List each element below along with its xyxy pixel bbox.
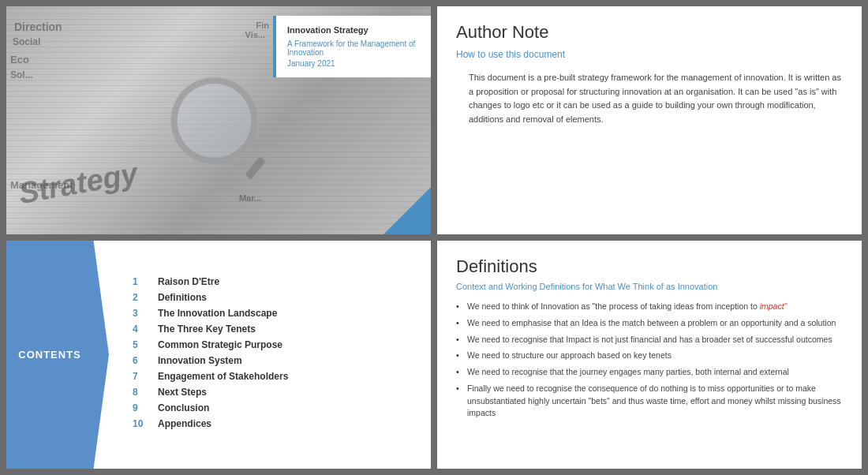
toc-label-10: Appendices [158, 418, 211, 429]
bullet-6: Finally we need to recognise the consequ… [456, 383, 843, 420]
bullet-1-highlight: impact" [760, 301, 788, 311]
author-note-subtitle: How to use this document [456, 49, 843, 60]
toc-label-2: Definitions [158, 292, 207, 303]
slide-subtitle: A Framework for the Management of Innova… [287, 39, 420, 57]
toc-item-9: 9 Conclusion [133, 402, 415, 413]
slide-contents: CONTENTS 1 Raison D'Etre 2 Definitions 3… [6, 241, 431, 469]
blue-arrow-shape: CONTENTS [6, 241, 109, 469]
magnifier-icon [171, 77, 258, 164]
word-fin: Fin [256, 21, 270, 30]
definitions-title: Definitions [456, 256, 843, 277]
toc-item-7: 7 Engagement of Stakeholders [133, 371, 415, 382]
bullet-2-text: We need to emphasise that an Idea is the… [467, 318, 836, 327]
slide-date: January 2021 [287, 59, 420, 68]
toc-number-6: 6 [133, 355, 145, 366]
bullet-6-text: Finally we need to recognise the consequ… [467, 383, 841, 418]
toc-number-8: 8 [133, 387, 145, 398]
word-eco: Eco [10, 54, 29, 65]
toc-label-3: The Innovation Landscape [158, 308, 277, 319]
toc-number-1: 1 [133, 276, 145, 287]
word-march: Mar... [239, 193, 261, 203]
author-note-body: This document is a pre-built strategy fr… [456, 71, 843, 126]
blue-triangle-decoration [383, 187, 431, 234]
toc-item-5: 5 Common Strategic Purpose [133, 339, 415, 350]
slide-title: Innovation Strategy [287, 25, 420, 35]
toc-number-2: 2 [133, 292, 145, 303]
bullet-3: We need to recognise that Impact is not … [456, 334, 843, 346]
bullet-1-text-before: We need to think of Innovation as "the p… [467, 301, 760, 311]
toc-number-10: 10 [133, 418, 145, 429]
contents-label: CONTENTS [18, 349, 81, 361]
word-social: Social [13, 36, 40, 47]
slide-background: Direction Social Eco Sol... Management V… [6, 6, 431, 234]
toc-label-7: Engagement of Stakeholders [158, 371, 288, 382]
definitions-bullets: We need to think of Innovation as "the p… [456, 301, 843, 420]
word-solution: Sol... [10, 69, 33, 80]
toc-label-1: Raison D'Etre [158, 276, 219, 287]
toc-item-8: 8 Next Steps [133, 387, 415, 398]
toc-item-4: 4 The Three Key Tenets [133, 324, 415, 335]
slide-definitions: Definitions Context and Working Definiti… [437, 241, 862, 469]
bullet-5: We need to recognise that the journey en… [456, 366, 843, 379]
slide-author-note: Author Note How to use this document Thi… [437, 6, 862, 234]
toc-item-10: 10 Appendices [133, 418, 415, 429]
toc-number-5: 5 [133, 339, 145, 350]
word-vision: Vis... [245, 30, 265, 39]
toc-number-4: 4 [133, 324, 145, 335]
toc-item-1: 1 Raison D'Etre [133, 276, 415, 287]
word-direction: Direction [14, 21, 62, 33]
bullet-4: We need to structure our approach based … [456, 350, 843, 362]
info-box: Innovation Strategy A Framework for the … [273, 16, 431, 77]
toc-number-7: 7 [133, 371, 145, 382]
table-of-contents: 1 Raison D'Etre 2 Definitions 3 The Inno… [109, 241, 431, 469]
toc-number-9: 9 [133, 402, 145, 413]
toc-label-6: Innovation System [158, 355, 242, 366]
definitions-subtitle: Context and Working Definitions for What… [456, 282, 843, 291]
bullet-5-text: We need to recognise that the journey en… [467, 367, 789, 376]
toc-item-2: 2 Definitions [133, 292, 415, 303]
bullet-2: We need to emphasise that an Idea is the… [456, 317, 843, 330]
toc-label-9: Conclusion [158, 402, 209, 413]
toc-item-6: 6 Innovation System [133, 355, 415, 366]
toc-item-3: 3 The Innovation Landscape [133, 308, 415, 319]
author-note-title: Author Note [456, 22, 843, 43]
toc-label-8: Next Steps [158, 387, 207, 398]
toc-number-3: 3 [133, 308, 145, 319]
toc-label-5: Common Strategic Purpose [158, 339, 282, 350]
toc-label-4: The Three Key Tenets [158, 324, 256, 335]
bullet-3-text: We need to recognise that Impact is not … [467, 335, 832, 344]
bullet-4-text: We need to structure our approach based … [467, 350, 672, 360]
slide-innovation-strategy: Direction Social Eco Sol... Management V… [6, 6, 431, 234]
bullet-1: We need to think of Innovation as "the p… [456, 301, 843, 313]
